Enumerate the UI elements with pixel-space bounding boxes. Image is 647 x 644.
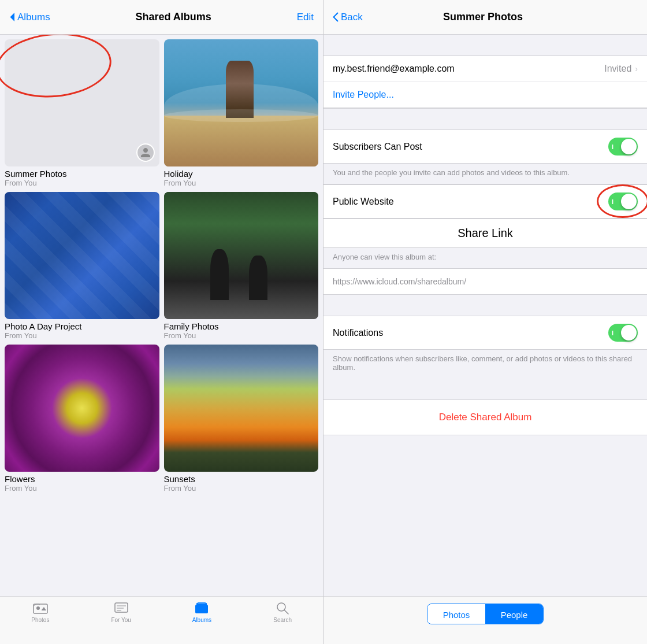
album-label-sunsets: Sunsets From You <box>164 474 319 493</box>
svg-rect-0 <box>34 604 47 613</box>
album-label-flowers: Flowers From You <box>5 474 159 493</box>
subscribers-toggle[interactable]: I <box>608 138 638 156</box>
share-link-header: Share Link <box>458 227 513 239</box>
section-divider-2 <box>323 295 647 316</box>
edit-button[interactable]: Edit <box>297 12 314 23</box>
tab-for-you-label: For You <box>111 617 131 623</box>
album-sub-summer: From You <box>5 179 159 187</box>
invited-label: Invited <box>604 64 631 74</box>
album-name-flowers: Flowers <box>5 474 159 484</box>
email-row[interactable]: my.best.friend@example.com Invited › <box>323 56 647 82</box>
tab-for-you[interactable]: For You <box>81 601 162 623</box>
for-you-icon <box>113 601 129 615</box>
album-thumbnail-photo-a-day <box>5 192 159 319</box>
public-website-section: Public Website I <box>323 184 647 219</box>
album-name-photo-a-day: Photo A Day Project <box>5 321 159 331</box>
album-item-photo-a-day[interactable]: Photo A Day Project From You <box>5 192 159 340</box>
right-content: my.best.friend@example.com Invited › Inv… <box>323 35 647 596</box>
album-name-summer: Summer Photos <box>5 169 159 179</box>
invite-people-button[interactable]: Invite People... <box>323 82 647 108</box>
people-tab-button[interactable]: People <box>485 604 543 624</box>
album-sub-holiday: From You <box>164 179 319 187</box>
photos-people-toggle: Photos People <box>427 604 544 624</box>
tab-albums-label: Albums <box>192 617 211 623</box>
album-sub-flowers: From You <box>5 484 159 493</box>
back-button[interactable]: Back <box>333 12 363 23</box>
delete-row[interactable]: Delete Shared Album <box>323 399 647 435</box>
album-item-summer-photos[interactable]: Summer Photos From You <box>5 39 159 187</box>
albums-grid: Summer Photos From You Holiday From You <box>0 35 323 596</box>
album-thumbnail-sunsets <box>164 345 319 472</box>
tab-search-label: Search <box>273 617 292 623</box>
svg-rect-8 <box>198 602 206 604</box>
album-sub-photo-a-day: From You <box>5 331 159 340</box>
right-panel: Back Summer Photos my.best.friend@exampl… <box>323 0 647 644</box>
share-link-url: https://www.icloud.com/sharedalbum/ <box>333 277 466 286</box>
svg-line-10 <box>284 610 288 614</box>
right-tab-bar: Photos People <box>323 596 647 644</box>
notifications-label: Notifications <box>333 328 383 338</box>
photos-icon <box>32 601 49 615</box>
svg-rect-6 <box>195 605 208 613</box>
invited-section: my.best.friend@example.com Invited › Inv… <box>323 55 647 109</box>
albums-icon <box>194 601 210 615</box>
public-website-row: Public Website I <box>323 185 647 218</box>
album-name-sunsets: Sunsets <box>164 474 319 484</box>
svg-rect-2 <box>115 603 128 612</box>
section-divider-3 <box>323 379 647 399</box>
album-label-photo-a-day: Photo A Day Project From You <box>5 321 159 340</box>
notifications-row: Notifications I <box>323 316 647 349</box>
album-thumbnail-summer <box>5 39 159 166</box>
invited-status: Invited › <box>604 64 638 74</box>
public-website-label: Public Website <box>333 197 394 207</box>
share-link-area: Share Link <box>323 219 647 248</box>
photos-tab-button[interactable]: Photos <box>427 604 485 624</box>
subscribers-description: You and the people you invite can add ph… <box>323 164 647 184</box>
album-thumbnail-flowers <box>5 345 159 472</box>
right-title: Summer Photos <box>443 11 523 23</box>
album-item-holiday[interactable]: Holiday From You <box>164 39 319 187</box>
notifications-toggle[interactable]: I <box>608 324 638 342</box>
section-divider-4 <box>323 435 647 456</box>
back-label: Back <box>341 12 363 23</box>
tab-bar: Photos For You Albums <box>0 596 323 644</box>
svg-point-1 <box>36 606 40 610</box>
albums-back-button[interactable]: Albums <box>9 12 50 23</box>
album-item-sunsets[interactable]: Sunsets From You <box>164 345 319 493</box>
public-website-description: Anyone can view this album at: <box>323 248 647 268</box>
search-icon <box>274 601 291 615</box>
left-header: Albums Shared Albums Edit <box>0 0 323 35</box>
right-header: Back Summer Photos <box>323 0 647 35</box>
tab-photos[interactable]: Photos <box>0 601 81 623</box>
toggle-wrapper: I <box>608 193 638 210</box>
notifications-description: Show notifications when subscribers like… <box>323 350 647 379</box>
albums-back-label: Albums <box>17 12 50 23</box>
tab-search[interactable]: Search <box>242 601 323 623</box>
album-label-summer: Summer Photos From You <box>5 169 159 187</box>
album-name-holiday: Holiday <box>164 169 319 179</box>
link-row[interactable]: https://www.icloud.com/sharedalbum/ <box>323 268 647 295</box>
album-item-flowers[interactable]: Flowers From You <box>5 345 159 493</box>
email-address: my.best.friend@example.com <box>333 64 455 74</box>
subscribers-section: Subscribers Can Post I <box>323 129 647 164</box>
album-item-family-photos[interactable]: Family Photos From You <box>164 192 319 340</box>
left-panel: Albums Shared Albums Edit Summer Photos … <box>0 0 323 644</box>
section-divider-1 <box>323 109 647 129</box>
subscribers-label: Subscribers Can Post <box>333 142 422 152</box>
album-thumbnail-holiday <box>164 39 319 166</box>
album-name-family: Family Photos <box>164 321 319 331</box>
tab-photos-label: Photos <box>31 617 49 623</box>
public-website-toggle[interactable]: I <box>608 193 638 210</box>
album-label-holiday: Holiday From You <box>164 169 319 187</box>
notifications-section: Notifications I <box>323 316 647 350</box>
tab-albums[interactable]: Albums <box>162 601 243 623</box>
album-label-family: Family Photos From You <box>164 321 319 340</box>
left-title: Shared Albums <box>136 11 211 23</box>
bottom-spacer <box>323 456 647 491</box>
album-sub-sunsets: From You <box>164 484 319 493</box>
avatar <box>136 143 155 162</box>
album-thumbnail-family <box>164 192 319 319</box>
album-sub-family: From You <box>164 331 319 340</box>
chevron-right-icon: › <box>635 64 638 73</box>
delete-label: Delete Shared Album <box>439 412 532 423</box>
